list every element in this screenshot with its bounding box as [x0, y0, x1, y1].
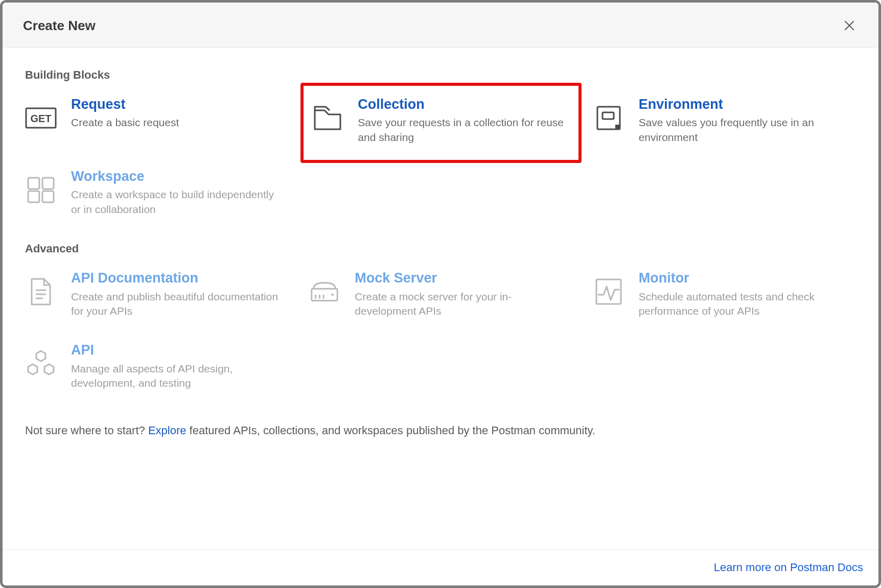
close-button[interactable]: [841, 17, 858, 34]
monitor-icon: [593, 276, 624, 308]
folder-icon: [312, 102, 343, 134]
modal-content: Building Blocks GET Request Create a bas…: [3, 48, 878, 549]
tile-desc: Manage all aspects of API design, develo…: [71, 362, 283, 391]
building-blocks-grid: GET Request Create a basic request: [25, 93, 856, 220]
tile-text: Environment Save values you frequently u…: [639, 96, 851, 145]
modal-title: Create New: [23, 18, 96, 34]
tile-text: Workspace Create a workspace to build in…: [71, 168, 283, 217]
svg-text:GET: GET: [30, 113, 51, 124]
modal-footer: Learn more on Postman Docs: [3, 549, 878, 585]
modal-header: Create New: [3, 3, 878, 48]
tile-environment[interactable]: Environment Save values you frequently u…: [593, 93, 856, 148]
tile-desc: Save values you frequently use in an env…: [639, 115, 851, 145]
tile-title: Monitor: [639, 270, 851, 286]
svg-rect-7: [28, 178, 39, 189]
workspace-icon: [25, 174, 57, 206]
svg-rect-10: [42, 191, 54, 202]
svg-rect-8: [42, 178, 54, 189]
tile-desc: Create a mock server for your in-develop…: [355, 290, 567, 319]
tile-mock-server[interactable]: Mock Server Create a mock server for you…: [309, 267, 572, 321]
modal-surface: Create New Building Blocks: [3, 3, 878, 585]
tile-desc: Create a workspace to build independentl…: [71, 187, 283, 217]
svg-rect-6: [615, 125, 620, 130]
svg-marker-21: [28, 364, 37, 374]
create-new-modal: Create New Building Blocks: [0, 0, 881, 588]
tile-title: Workspace: [71, 168, 283, 184]
tile-title: API: [71, 342, 283, 358]
tile-collection[interactable]: Collection Save your requests in a colle…: [300, 83, 581, 163]
environment-icon: [593, 102, 624, 134]
tile-text: Collection Save your requests in a colle…: [358, 96, 569, 145]
docs-link[interactable]: Learn more on Postman Docs: [714, 561, 863, 574]
tile-text: Mock Server Create a mock server for you…: [355, 270, 567, 318]
svg-marker-20: [36, 351, 45, 361]
section-heading-advanced: Advanced: [25, 242, 856, 255]
server-icon: [309, 276, 340, 308]
tile-desc: Save your requests in a collection for r…: [358, 115, 569, 145]
svg-point-18: [331, 294, 334, 296]
tile-workspace[interactable]: Workspace Create a workspace to build in…: [25, 165, 288, 220]
tile-text: Request Create a basic request: [71, 96, 179, 130]
tile-desc: Create and publish beautiful documentati…: [71, 290, 283, 319]
section-heading-building-blocks: Building Blocks: [25, 68, 856, 82]
tile-request[interactable]: GET Request Create a basic request: [25, 93, 288, 137]
svg-rect-5: [602, 112, 614, 119]
api-icon: [25, 348, 57, 380]
document-icon: [25, 276, 57, 308]
svg-marker-22: [44, 364, 54, 374]
get-request-icon: GET: [25, 102, 57, 134]
svg-rect-9: [28, 191, 39, 202]
tile-text: Monitor Schedule automated tests and che…: [639, 270, 851, 318]
tile-title: Collection: [358, 96, 569, 112]
tile-monitor[interactable]: Monitor Schedule automated tests and che…: [593, 267, 856, 321]
explore-link[interactable]: Explore: [148, 424, 187, 437]
explore-hint-post: featured APIs, collections, and workspac…: [186, 424, 595, 437]
tile-api-documentation[interactable]: API Documentation Create and publish bea…: [25, 267, 288, 321]
tile-api[interactable]: API Manage all aspects of API design, de…: [25, 339, 288, 393]
close-icon: [844, 20, 855, 31]
tile-desc: Schedule automated tests and check perfo…: [639, 290, 851, 319]
tile-text: API Manage all aspects of API design, de…: [71, 342, 283, 390]
tile-title: Request: [71, 96, 179, 112]
tile-desc: Create a basic request: [71, 115, 179, 130]
explore-hint: Not sure where to start? Explore feature…: [25, 424, 856, 437]
tile-title: API Documentation: [71, 270, 283, 286]
explore-hint-pre: Not sure where to start?: [25, 424, 148, 437]
tile-title: Environment: [639, 96, 851, 112]
tile-title: Mock Server: [355, 270, 567, 286]
advanced-grid: API Documentation Create and publish bea…: [25, 267, 856, 393]
tile-text: API Documentation Create and publish bea…: [71, 270, 283, 318]
